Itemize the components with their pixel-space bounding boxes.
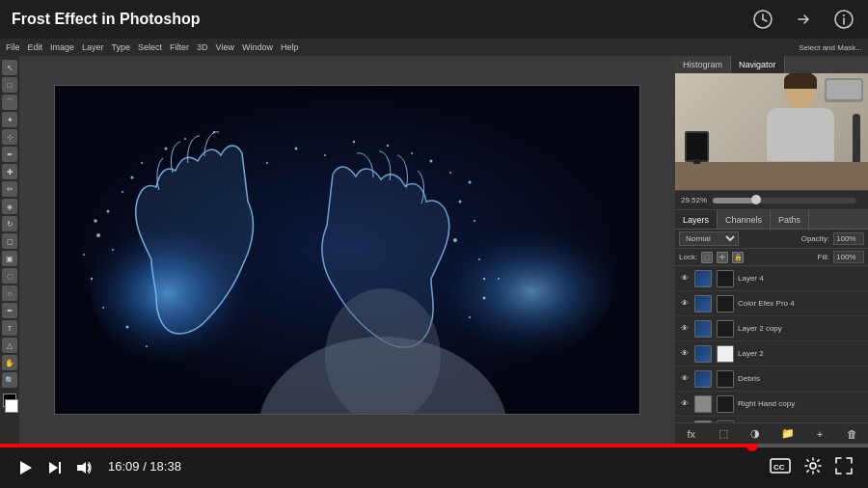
fullscreen-button[interactable] <box>835 457 853 474</box>
layer-item-layer4[interactable]: 👁 Layer 4 <box>675 266 868 291</box>
svg-point-18 <box>213 131 215 133</box>
ps-menu-select[interactable]: Select <box>138 42 162 52</box>
clock-icon[interactable] <box>750 7 775 32</box>
webcam-monitor <box>685 131 709 162</box>
navigator-tab-bar: Histogram Navigator <box>675 56 868 73</box>
ps-tool-gradient[interactable]: ▣ <box>2 251 17 266</box>
ps-tool-dodge[interactable]: ○ <box>2 285 17 301</box>
captions-button[interactable]: CC <box>770 458 791 474</box>
webcam-feed <box>675 73 868 191</box>
lock-position-btn[interactable]: ✛ <box>717 252 728 263</box>
layer-eye-layer2[interactable]: 👁 <box>679 348 691 360</box>
ps-tool-move[interactable]: ↖ <box>2 60 17 75</box>
svg-point-20 <box>126 326 129 329</box>
play-button[interactable] <box>15 458 35 477</box>
ps-tool-eraser[interactable]: ◻ <box>2 233 17 249</box>
add-adjustment-btn[interactable]: ◑ <box>746 425 764 443</box>
volume-button[interactable] <box>75 459 93 476</box>
layer-eye-colorefex[interactable]: 👁 <box>679 298 691 310</box>
player-controls: 16:09 / 18:38 CC <box>0 444 868 488</box>
ps-tool-pen[interactable]: ✒ <box>2 303 17 318</box>
ps-tool-select[interactable]: □ <box>2 77 17 93</box>
ps-tool-healing[interactable]: ✚ <box>2 164 17 179</box>
ps-tool-crop[interactable]: ⊹ <box>2 129 17 145</box>
svg-point-27 <box>478 258 480 260</box>
layer-thumb-layer2 <box>694 345 712 363</box>
webcam-desk <box>675 162 868 191</box>
svg-point-9 <box>107 210 110 213</box>
add-layer-btn[interactable]: + <box>811 425 828 443</box>
opacity-input[interactable] <box>833 232 864 245</box>
layer-eye-righthandcopy[interactable]: 👁 <box>679 398 691 410</box>
ps-tool-text[interactable]: T <box>2 320 17 336</box>
zoom-slider-thumb[interactable] <box>751 195 761 204</box>
layer-item-debris[interactable]: 👁 Debris <box>675 366 868 392</box>
blend-mode-select[interactable]: Normal Multiply Screen Overlay <box>679 231 739 246</box>
ps-tool-zoom[interactable]: 🔍 <box>2 372 17 388</box>
svg-point-38 <box>295 148 298 150</box>
layer-eye-layer2copy[interactable]: 👁 <box>679 323 691 335</box>
add-group-btn[interactable]: 📁 <box>779 425 797 443</box>
svg-point-32 <box>411 152 413 154</box>
svg-point-39 <box>324 154 326 156</box>
lock-all-btn[interactable]: 🔒 <box>732 252 744 263</box>
ps-menu-image[interactable]: Image <box>50 42 74 52</box>
layer-mask-layer2 <box>717 345 734 363</box>
layer-eye-layer4[interactable]: 👁 <box>679 273 691 285</box>
lock-pixels-btn[interactable]: ⬚ <box>701 252 713 263</box>
settings-button[interactable] <box>804 457 822 474</box>
info-icon[interactable] <box>831 7 856 32</box>
share-icon[interactable] <box>791 7 816 32</box>
paths-tab[interactable]: Paths <box>771 210 809 229</box>
add-style-btn[interactable]: fx <box>683 425 700 443</box>
layer-mask-colorefex <box>717 295 734 312</box>
zoom-slider[interactable] <box>713 198 856 203</box>
navigator-tab[interactable]: Navigator <box>731 56 785 73</box>
next-icon <box>46 459 64 476</box>
layer-eye-debris[interactable]: 👁 <box>679 373 691 385</box>
ps-menu-type[interactable]: Type <box>112 42 131 52</box>
layer-item-layer2[interactable]: 👁 Layer 2 <box>675 341 868 366</box>
ps-tool-clone[interactable]: ◈ <box>2 199 17 214</box>
ps-menu-help[interactable]: Help <box>281 42 299 52</box>
layer-item-colorefex[interactable]: 👁 Color Efex Pro 4 <box>675 291 868 316</box>
layer-thumb-debris <box>694 370 712 388</box>
histogram-tab[interactable]: Histogram <box>675 56 731 73</box>
svg-point-35 <box>483 297 486 300</box>
progress-bar-area[interactable] <box>0 444 868 447</box>
svg-point-22 <box>83 254 85 256</box>
svg-line-2 <box>763 19 767 21</box>
ps-menu-edit[interactable]: Edit <box>28 42 43 52</box>
add-mask-btn[interactable]: ⬚ <box>715 425 732 443</box>
ps-tool-magic[interactable]: ✦ <box>2 112 17 127</box>
ps-tool-hand[interactable]: ✋ <box>2 355 17 370</box>
ps-menu-window[interactable]: Window <box>242 42 273 52</box>
ps-menu-file[interactable]: File <box>6 42 20 52</box>
svg-point-15 <box>141 162 143 164</box>
ps-bg-color[interactable] <box>5 399 18 413</box>
layer-item-righthandcopy[interactable]: 👁 Right Hand copy <box>675 392 868 417</box>
delete-layer-btn[interactable]: 🗑 <box>843 425 860 443</box>
svg-marker-44 <box>49 462 58 474</box>
ps-menu-layer[interactable]: Layer <box>82 42 104 52</box>
ps-menu-3d[interactable]: 3D <box>197 42 208 52</box>
ps-tool-blur[interactable]: ◌ <box>2 268 17 284</box>
layers-tab[interactable]: Layers <box>675 210 718 229</box>
ps-tool-shape[interactable]: △ <box>2 338 17 353</box>
svg-point-33 <box>387 145 389 147</box>
ps-tool-eyedrop[interactable]: ✒ <box>2 147 17 162</box>
video-container: File Edit Image Layer Type Select Filter… <box>0 39 868 444</box>
ps-menu-view[interactable]: View <box>216 42 234 52</box>
ps-tool-name: Select and Mask... <box>799 43 862 52</box>
ps-tool-history[interactable]: ↻ <box>2 216 17 231</box>
layer-name-layer4: Layer 4 <box>738 274 864 283</box>
svg-point-10 <box>122 191 123 193</box>
layer-name-layer2: Layer 2 <box>738 349 864 358</box>
next-button[interactable] <box>46 459 64 476</box>
ps-menu-filter[interactable]: Filter <box>170 42 189 52</box>
layer-item-layer2copy[interactable]: 👁 Layer 2 copy <box>675 316 868 341</box>
channels-tab[interactable]: Channels <box>718 210 771 229</box>
ps-tool-lasso[interactable]: ⌒ <box>2 95 17 110</box>
fill-input[interactable] <box>833 251 864 263</box>
ps-tool-brush[interactable]: ✏ <box>2 181 17 197</box>
